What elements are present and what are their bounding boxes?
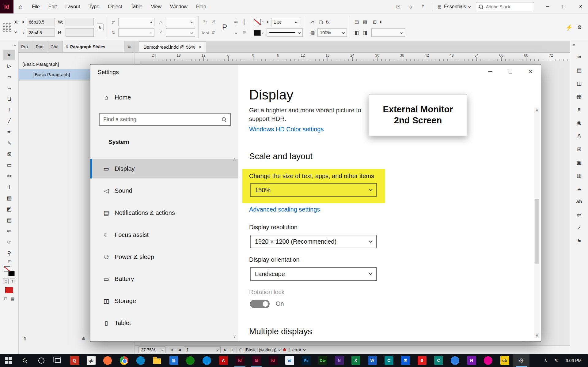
zoom-tool[interactable]: ⚲ [3, 248, 15, 258]
gpu-performance-icon[interactable]: ⚡ [566, 24, 573, 31]
rotate-ccw-icon[interactable]: ↺ [210, 19, 217, 25]
tab-character[interactable]: Cha [48, 41, 63, 52]
object-styles-panel-icon[interactable]: ▥ [573, 170, 585, 181]
preflight-profile[interactable]: [Basic] (working) [245, 347, 276, 352]
rectangle-tool[interactable]: ▭ [3, 160, 15, 170]
select-container-button[interactable]: P [220, 23, 230, 32]
zoom-level-select[interactable]: 27.75% [138, 346, 165, 353]
app-indesign-1[interactable]: Id [232, 354, 248, 367]
height-field[interactable] [66, 28, 94, 37]
rotate-cw-icon[interactable]: ↻ [202, 19, 208, 25]
y-position-field[interactable]: 28p4.5 [27, 28, 55, 37]
maximize-button[interactable] [500, 65, 521, 78]
swatches-panel-icon[interactable]: ▦ [573, 91, 585, 102]
stroke-none-swatch[interactable] [254, 19, 261, 25]
app-indesign-2[interactable]: Id [248, 354, 265, 367]
tables-panel-icon[interactable]: ⊞ [573, 144, 585, 155]
menu-layout[interactable]: Layout [61, 0, 84, 13]
shear-angle-select[interactable] [166, 28, 195, 37]
eyedropper-tool[interactable]: ✑ [3, 226, 15, 236]
sidebar-scroll-up-icon[interactable]: ∧ [233, 157, 236, 162]
fill-swatch[interactable] [4, 266, 10, 272]
sidebar-item-sound[interactable]: ◁Sound [90, 181, 238, 200]
close-button[interactable]: × [573, 0, 588, 13]
scrollbar-thumb[interactable] [535, 199, 539, 264]
panel-menu-icon[interactable]: ≡ [124, 41, 135, 52]
app-mail[interactable]: ✉ [397, 354, 414, 367]
fill-stroke-control[interactable] [4, 266, 15, 276]
line-tool[interactable]: ╱ [3, 116, 15, 126]
app-edge[interactable] [132, 354, 149, 367]
minimize-button[interactable] [480, 65, 500, 78]
gear-icon[interactable]: ⚙ [577, 24, 582, 31]
first-page-button[interactable]: ⇤ [171, 348, 175, 352]
app-dreamweaver[interactable]: Dw [314, 354, 331, 367]
menu-file[interactable]: File [28, 0, 44, 13]
advanced-scaling-link[interactable]: Advanced scaling settings [249, 206, 320, 213]
close-tab-icon[interactable]: × [199, 45, 201, 50]
hd-color-settings-link[interactable]: Windows HD Color settings [249, 126, 324, 133]
width-field[interactable] [66, 18, 94, 26]
new-style-group-icon[interactable]: ⊞ [82, 335, 85, 341]
app-xbox[interactable] [182, 354, 199, 367]
hand-tool[interactable]: ☞ [3, 237, 15, 247]
dock-expand-icon[interactable]: » [0, 41, 18, 48]
rotation-lock-toggle[interactable] [250, 300, 270, 308]
align-icons[interactable]: ≡ [233, 30, 239, 35]
text-wrap-panel-icon[interactable]: ▣ [573, 157, 585, 168]
sidebar-item-notifications[interactable]: ▤Notifications & actions [90, 203, 238, 223]
share-icon[interactable]: ↥ [418, 2, 427, 11]
pencil-tool[interactable]: ✎ [3, 138, 15, 148]
orientation-dropdown[interactable]: Landscape [250, 267, 377, 281]
app-qb[interactable]: qb [83, 354, 99, 367]
direct-selection-tool[interactable]: ▷ [3, 61, 15, 71]
app-purple-n[interactable]: N [331, 354, 347, 367]
chevron-down-icon[interactable] [279, 348, 281, 350]
minimize-button[interactable] [540, 0, 555, 13]
x-position-field[interactable]: 66p10.5 [27, 18, 55, 26]
type-tool[interactable]: T [3, 105, 15, 115]
app-photoshop[interactable]: Ps [298, 354, 314, 367]
app-word[interactable]: W [364, 354, 381, 367]
chevron-right-icon[interactable]: › [262, 20, 264, 24]
document-tab[interactable]: Demothread.indd @ 56% × [139, 41, 206, 52]
pages-panel-icon[interactable]: ◫ [573, 78, 585, 89]
start-button[interactable] [0, 354, 17, 367]
scroll-down-icon[interactable]: ∨ [534, 333, 540, 338]
stroke-weight-select[interactable]: 1 pt [271, 18, 299, 26]
grid-stepper[interactable]: ▲▼ [380, 20, 383, 24]
home-icon[interactable]: ⌂ [13, 3, 28, 10]
sidebar-item-battery[interactable]: ▭Battery [90, 269, 238, 289]
tab-properties[interactable]: Pro [19, 41, 33, 52]
app-skype[interactable] [199, 354, 215, 367]
app-quark[interactable]: Q [66, 354, 83, 367]
task-view-button[interactable] [50, 354, 66, 367]
gap-tool[interactable]: ↔ [3, 83, 15, 93]
reference-point-grid[interactable] [3, 23, 11, 32]
x-stepper[interactable]: ▲▼ [22, 20, 25, 24]
app-firefox[interactable] [99, 354, 116, 367]
align-left-icon[interactable]: ◧ [353, 30, 360, 36]
scroll-up-icon[interactable]: ∧ [534, 108, 540, 112]
menu-table[interactable]: Table [126, 0, 146, 13]
grid-options-icon[interactable]: ⊞ [371, 19, 378, 25]
dock-expand-icon[interactable]: « [570, 41, 588, 48]
stroke-panel-icon[interactable]: ≡ [573, 104, 585, 115]
previous-page-button[interactable]: ◀ [177, 348, 181, 352]
app-teal-c[interactable]: C [430, 354, 447, 367]
stroke-weight-stepper[interactable]: ▲▼ [267, 20, 270, 24]
wrap-bounding-box-icon[interactable]: ▧ [362, 19, 368, 25]
app-indesign-3[interactable]: Id [265, 354, 281, 367]
stroke-style-select[interactable] [267, 28, 303, 37]
sidebar-item-tablet[interactable]: ▯Tablet [90, 313, 238, 333]
drop-shadow-icon[interactable]: ▢ [317, 19, 324, 25]
app-file-explorer[interactable] [149, 354, 165, 367]
sidebar-item-home[interactable]: ⌂ Home [102, 94, 131, 101]
selection-tool[interactable]: ➤ [3, 50, 15, 60]
sidebar-item-focus-assist[interactable]: ☾Focus assist [90, 225, 238, 245]
stroke-swatch[interactable] [8, 271, 15, 276]
hyphenation-panel-icon[interactable]: ab [573, 196, 585, 207]
preflight-panel-icon[interactable]: ✓ [573, 223, 585, 234]
constrain-proportions-icon[interactable]: 8 [97, 23, 104, 31]
free-transform-tool[interactable]: ✛ [3, 182, 15, 192]
